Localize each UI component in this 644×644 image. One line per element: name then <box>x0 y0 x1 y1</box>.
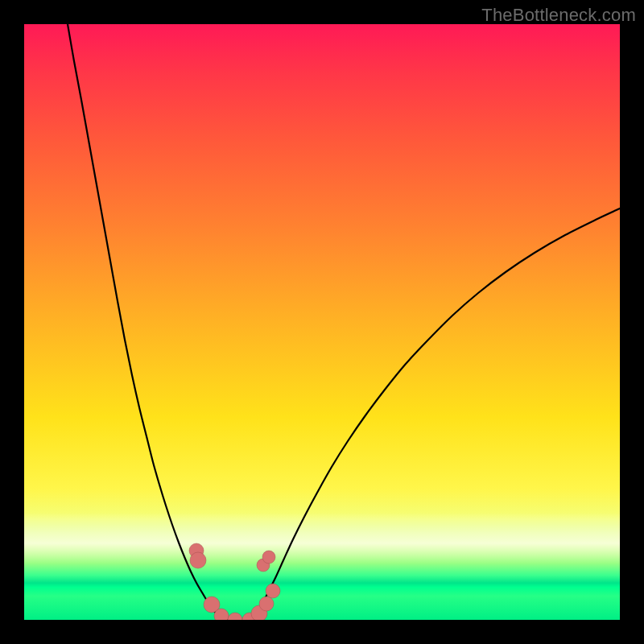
curve-left <box>68 24 227 620</box>
curve-right <box>248 208 620 620</box>
data-marker <box>259 597 274 611</box>
data-marker <box>228 613 242 620</box>
data-marker <box>262 551 275 564</box>
plot-area <box>24 24 620 620</box>
curve-layer <box>24 24 620 620</box>
data-markers <box>189 543 280 620</box>
chart-frame: TheBottleneck.com <box>0 0 644 644</box>
watermark-text: TheBottleneck.com <box>481 5 636 26</box>
data-marker <box>190 552 206 568</box>
data-marker <box>266 584 280 598</box>
